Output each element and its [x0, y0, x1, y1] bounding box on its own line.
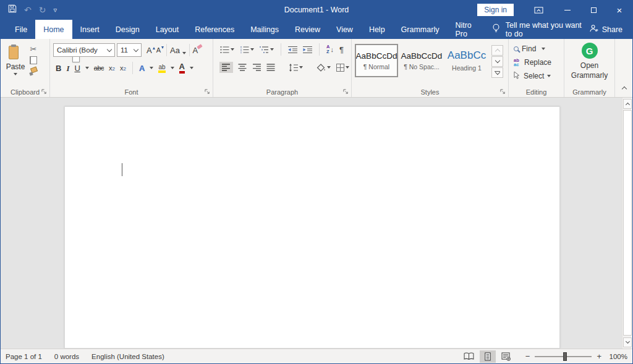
line-spacing-button[interactable]	[289, 64, 303, 72]
justify-button[interactable]	[266, 64, 275, 71]
zoom-in-button[interactable]: +	[597, 352, 601, 361]
select-dropdown-icon[interactable]	[547, 75, 551, 77]
zoom-slider[interactable]	[535, 356, 592, 357]
font-name-combo[interactable]: Calibri (Body	[53, 43, 115, 57]
print-layout-button[interactable]	[480, 350, 496, 363]
multilevel-list-button[interactable]	[260, 46, 274, 54]
document-page[interactable]	[64, 106, 560, 349]
clipboard-dialog-launcher-icon[interactable]	[41, 89, 47, 95]
numbering-button[interactable]	[240, 46, 254, 54]
tab-review[interactable]: Review	[287, 20, 328, 39]
qat-customize-icon[interactable]: ▿	[53, 7, 57, 14]
save-icon[interactable]	[8, 4, 17, 15]
minimize-button[interactable]	[554, 0, 580, 20]
share-button[interactable]: Share	[589, 20, 622, 39]
tab-help[interactable]: Help	[361, 20, 393, 39]
read-mode-button[interactable]	[461, 350, 477, 363]
change-case-button[interactable]: Aa	[170, 46, 186, 54]
font-color-dropdown-icon[interactable]	[190, 67, 193, 69]
styles-scroll-up-icon[interactable]	[491, 45, 503, 56]
align-left-button[interactable]	[219, 62, 233, 73]
font-name-value: Calibri (Body	[57, 46, 98, 54]
find-dropdown-icon[interactable]	[542, 48, 545, 50]
grammarly-group-label: Grammarly	[564, 88, 614, 96]
align-right-button[interactable]	[252, 64, 261, 71]
italic-button[interactable]: I	[66, 64, 69, 72]
select-button[interactable]: Select	[514, 70, 561, 82]
ribbon-display-options-icon[interactable]	[526, 0, 551, 20]
tell-me-label: Tell me what you want to do	[506, 21, 589, 38]
zoom-level[interactable]: 100%	[606, 353, 627, 360]
show-formatting-marks-button[interactable]: ¶	[339, 46, 344, 54]
tab-grammarly[interactable]: Grammarly	[393, 20, 448, 39]
shading-button[interactable]	[316, 64, 331, 72]
font-group: Calibri (Body 11 A A Aa A B I U abc x2 x…	[50, 39, 213, 97]
styles-more-icon[interactable]	[491, 67, 503, 78]
sign-in-button[interactable]: Sign in	[477, 4, 514, 16]
format-painter-icon[interactable]	[30, 67, 37, 75]
text-effects-button[interactable]: A	[139, 64, 145, 72]
language-status[interactable]: English (United States)	[91, 353, 164, 360]
web-layout-button[interactable]	[498, 350, 514, 363]
tab-design[interactable]: Design	[108, 20, 148, 39]
style-normal[interactable]: AaBbCcDd ¶ Normal	[355, 44, 398, 77]
style-heading-1[interactable]: AaBbCc Heading 1	[445, 44, 488, 77]
tell-me-box[interactable]: Tell me what you want to do	[492, 20, 589, 39]
tab-insert[interactable]: Insert	[72, 20, 108, 39]
maximize-button[interactable]	[580, 0, 606, 20]
shrink-font-button[interactable]: A	[156, 47, 163, 54]
highlight-dropdown-icon[interactable]	[171, 67, 174, 69]
scroll-down-icon[interactable]	[623, 337, 632, 347]
copy-icon[interactable]	[30, 56, 37, 64]
replace-button[interactable]: abac Replace	[514, 57, 561, 68]
open-grammarly-button[interactable]: Open Grammarly	[568, 61, 611, 80]
tab-view[interactable]: View	[328, 20, 361, 39]
tab-file[interactable]: File	[7, 20, 35, 39]
paragraph-dialog-launcher-icon[interactable]	[343, 89, 349, 95]
zoom-slider-thumb[interactable]	[563, 352, 567, 361]
font-color-button[interactable]: A	[179, 62, 185, 74]
find-button[interactable]: Find	[514, 43, 561, 54]
tab-mailings[interactable]: Mailings	[242, 20, 287, 39]
tab-references[interactable]: References	[187, 20, 242, 39]
word-count[interactable]: 0 words	[54, 353, 79, 360]
undo-icon[interactable]: ↶	[24, 6, 32, 14]
scrollbar-thumb[interactable]	[623, 110, 632, 336]
bold-button[interactable]: B	[56, 64, 61, 72]
subscript-button[interactable]: x2	[109, 65, 115, 72]
strikethrough-button[interactable]: abc	[94, 65, 104, 72]
cut-icon[interactable]: ✂	[30, 45, 37, 53]
quick-access-toolbar: ↶ ↻ ▿	[1, 4, 57, 15]
clear-formatting-button[interactable]: A	[193, 46, 198, 54]
vertical-scrollbar[interactable]	[622, 98, 632, 349]
redo-icon[interactable]: ↻	[39, 6, 46, 14]
text-highlight-button[interactable]: ab	[158, 64, 165, 73]
borders-button[interactable]	[336, 64, 349, 72]
underline-dropdown-icon[interactable]	[85, 67, 89, 69]
align-center-button[interactable]	[238, 64, 247, 71]
tab-home[interactable]: Home	[35, 20, 72, 39]
tab-layout[interactable]: Layout	[148, 20, 187, 39]
style-no-spacing[interactable]: AaBbCcDd ¶ No Spac...	[400, 44, 443, 77]
grammarly-logo-icon[interactable]: G	[582, 43, 598, 59]
paste-button[interactable]: Paste	[4, 43, 27, 86]
bullets-button[interactable]	[220, 46, 234, 54]
styles-scroll-down-icon[interactable]	[491, 56, 503, 67]
font-size-combo[interactable]: 11	[117, 43, 142, 57]
superscript-button[interactable]: x2	[120, 65, 126, 72]
zoom-out-button[interactable]: −	[525, 352, 530, 361]
text-effects-dropdown-icon[interactable]	[150, 67, 153, 69]
collapse-ribbon-icon[interactable]	[622, 82, 626, 93]
decrease-indent-button[interactable]	[288, 46, 297, 54]
tab-nitro-pro[interactable]: Nitro Pro	[447, 20, 479, 39]
font-dialog-launcher-icon[interactable]	[205, 89, 210, 95]
underline-button[interactable]: U	[74, 64, 80, 72]
paste-dropdown-icon[interactable]	[14, 73, 17, 75]
scroll-up-icon[interactable]	[623, 99, 632, 109]
close-button[interactable]: ×	[606, 0, 632, 20]
styles-dialog-launcher-icon[interactable]	[500, 89, 506, 95]
grow-font-button[interactable]: A	[147, 46, 155, 54]
increase-indent-button[interactable]	[303, 46, 312, 54]
page-count[interactable]: Page 1 of 1	[6, 353, 42, 360]
sort-button[interactable]: AZ ↓	[326, 44, 334, 54]
